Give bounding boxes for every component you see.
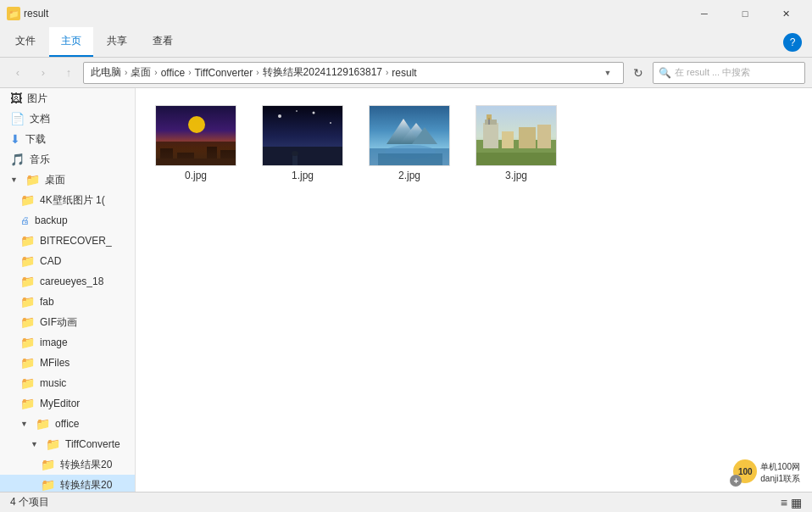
- list-view-icon[interactable]: ≡: [781, 496, 787, 509]
- watermark-plus: +: [730, 475, 742, 487]
- sidebar-item-tiffconverter[interactable]: ▼ 📁 TiffConverte: [0, 434, 135, 454]
- sidebar-label-myeditor: MyEditor: [40, 398, 80, 409]
- sidebar-item-music2[interactable]: 📁 music: [0, 373, 135, 393]
- file-item-0[interactable]: 0.jpg: [149, 102, 242, 185]
- tab-share[interactable]: 共享: [95, 27, 139, 57]
- sidebar-item-pictures[interactable]: 🖼 图片: [0, 88, 135, 109]
- backup-icon: 🖨: [20, 215, 30, 225]
- refresh-button[interactable]: ↻: [627, 62, 649, 84]
- sidebar-item-careueyes[interactable]: 📁 careueyes_18: [0, 271, 135, 292]
- grid-view-icon[interactable]: ▦: [791, 496, 802, 509]
- status-bar: 4 个项目 ≡ ▦: [0, 492, 812, 512]
- sidebar-item-documents[interactable]: 📄 文档: [0, 109, 135, 129]
- sidebar-label-fab: fab: [40, 296, 54, 308]
- path-desktop[interactable]: 桌面: [131, 65, 151, 80]
- sidebar-item-result1[interactable]: 📁 转换结果20: [0, 454, 135, 475]
- file-item-1[interactable]: 1.jpg: [256, 102, 349, 185]
- ribbon: 文件 主页 共享 查看 ?: [0, 27, 812, 58]
- sidebar-label-backup: backup: [35, 214, 68, 226]
- path-result[interactable]: result: [392, 67, 416, 79]
- documents-icon: 📄: [10, 112, 25, 125]
- sidebar-item-mfiles[interactable]: 📁 MFiles: [0, 353, 135, 373]
- status-right: ≡ ▦: [781, 496, 802, 509]
- svg-rect-22: [378, 153, 442, 166]
- svg-rect-2: [156, 142, 236, 166]
- sidebar-label-gif: GIF动画: [40, 315, 77, 330]
- sep4: ›: [256, 68, 259, 77]
- sidebar-item-bitrecover[interactable]: 📁 BITRECOVER_: [0, 231, 135, 251]
- svg-point-12: [296, 110, 298, 112]
- title-bar: 📁 result ─ □ ✕: [0, 0, 812, 27]
- wallpaper-icon: 📁: [20, 193, 35, 207]
- sidebar-item-backup[interactable]: 🖨 backup: [0, 210, 135, 231]
- tab-home[interactable]: 主页: [49, 27, 93, 57]
- svg-rect-5: [207, 147, 217, 166]
- svg-rect-6: [220, 150, 236, 166]
- cad-icon: 📁: [20, 254, 35, 268]
- svg-rect-14: [292, 155, 298, 166]
- file-item-3[interactable]: 3.jpg: [470, 102, 563, 185]
- forward-button[interactable]: ›: [32, 62, 54, 84]
- maximize-button[interactable]: □: [726, 0, 765, 27]
- sidebar-label-wallpaper: 4K壁纸图片 1(: [40, 193, 105, 208]
- sidebar-item-gif[interactable]: 📁 GIF动画: [0, 312, 135, 332]
- sidebar-item-music[interactable]: 🎵 音乐: [0, 149, 135, 170]
- sidebar-item-cad[interactable]: 📁 CAD: [0, 251, 135, 271]
- svg-point-1: [188, 116, 205, 133]
- thumbnail-3: [476, 105, 557, 166]
- svg-rect-27: [502, 131, 514, 148]
- thumbnail-2: [369, 105, 450, 166]
- svg-rect-4: [177, 153, 194, 166]
- music-icon: 🎵: [10, 153, 25, 166]
- title-bar-left: 📁 result: [7, 7, 48, 20]
- sidebar-item-desktop[interactable]: ▼ 📁 桌面: [0, 170, 135, 190]
- path-tiffconverter[interactable]: TiffConverter: [195, 67, 253, 79]
- sep3: ›: [188, 68, 191, 77]
- filename-2: 2.jpg: [398, 170, 420, 181]
- file-item-2[interactable]: 2.jpg: [363, 102, 456, 185]
- sep5: ›: [386, 68, 388, 77]
- thumbnail-0: [155, 105, 236, 166]
- tab-view[interactable]: 查看: [141, 27, 185, 57]
- sidebar-label-careueyes: careueyes_18: [40, 275, 103, 287]
- minimize-button[interactable]: ─: [685, 0, 724, 27]
- file-grid: 0.jpg: [149, 102, 798, 185]
- filename-1: 1.jpg: [292, 170, 314, 181]
- watermark-line2: danji1联系: [760, 473, 800, 485]
- help-icon[interactable]: ?: [783, 33, 802, 52]
- address-bar: ‹ › ↑ 此电脑 › 桌面 › office › TiffConverter …: [0, 58, 812, 88]
- svg-rect-26: [485, 120, 497, 125]
- path-office[interactable]: office: [161, 67, 185, 79]
- sidebar-label-tiffconverter: TiffConverte: [65, 438, 120, 450]
- sidebar-label-result2: 转换结果20: [60, 478, 112, 493]
- sidebar-item-downloads[interactable]: ⬇ 下载: [0, 129, 135, 149]
- thumbnail-1: [262, 105, 343, 166]
- sidebar-item-fab[interactable]: 📁 fab: [0, 292, 135, 312]
- path-result-folder[interactable]: 转换结果20241129163817: [263, 65, 382, 80]
- sidebar-item-myeditor[interactable]: 📁 MyEditor: [0, 393, 135, 414]
- tiff-icon: 📁: [46, 437, 60, 451]
- sidebar-item-wallpaper[interactable]: 📁 4K壁纸图片 1(: [0, 190, 135, 210]
- address-path[interactable]: 此电脑 › 桌面 › office › TiffConverter › 转换结果…: [83, 62, 624, 84]
- sidebar-label-bitrecover: BITRECOVER_: [40, 235, 112, 247]
- pictures-icon: 🖼: [10, 92, 22, 105]
- search-icon: 🔍: [659, 67, 671, 79]
- sidebar-item-result2[interactable]: 📁 转换结果20: [0, 475, 135, 492]
- search-box[interactable]: 🔍 在 result ... 中搜索: [653, 62, 805, 84]
- tab-file[interactable]: 文件: [3, 27, 47, 57]
- svg-rect-0: [156, 106, 236, 166]
- path-thispc[interactable]: 此电脑: [91, 65, 121, 80]
- sidebar-label-mfiles: MFiles: [40, 357, 70, 369]
- folder-icon: 📁: [7, 7, 20, 20]
- content-area: 0.jpg: [136, 88, 812, 492]
- path-dropdown[interactable]: ▼: [599, 69, 616, 77]
- up-button[interactable]: ↑: [58, 62, 80, 84]
- search-placeholder: 在 result ... 中搜索: [675, 66, 750, 79]
- sep2: ›: [154, 68, 157, 77]
- back-button[interactable]: ‹: [7, 62, 29, 84]
- sidebar-item-office[interactable]: ▼ 📁 office: [0, 414, 135, 434]
- close-button[interactable]: ✕: [766, 0, 805, 27]
- svg-rect-7: [156, 159, 236, 166]
- filename-3: 3.jpg: [505, 170, 527, 181]
- sidebar-item-image[interactable]: 📁 image: [0, 332, 135, 353]
